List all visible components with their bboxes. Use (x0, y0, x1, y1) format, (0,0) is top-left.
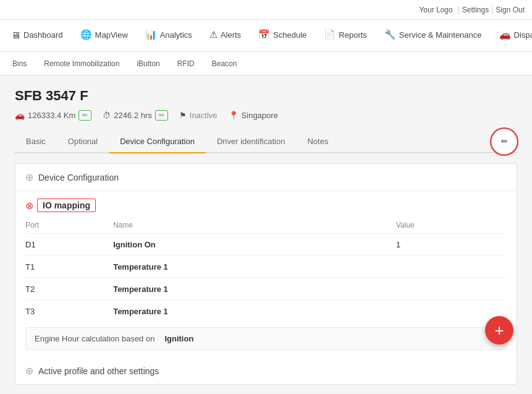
edit-distance-badge[interactable]: ✏ (78, 110, 91, 121)
table-row: T3 Temperature 1 (25, 301, 507, 323)
port-t2: T2 (25, 278, 113, 301)
schedule-icon: 📅 (258, 29, 270, 40)
table-row: D1 Ignition On 1 (25, 234, 507, 256)
status-badge: Inactive (190, 111, 217, 120)
nav-item-service-maintenance[interactable]: 🔧 Service & Maintenance (376, 20, 491, 51)
nav-item-mapview[interactable]: 🌐 MapView (72, 20, 137, 51)
tab-device-configuration[interactable]: Device Configuration (109, 131, 206, 153)
engine-hour-label: Engine Hour calculation based on (35, 334, 154, 343)
table-row: T1 Temperature 1 (25, 256, 507, 278)
odometer-icon: 🚗 (15, 111, 25, 120)
location-value: Singapore (242, 111, 278, 120)
reports-icon: 📄 (324, 29, 336, 40)
nav-item-alerts[interactable]: ⚠ Alerts (201, 20, 250, 51)
value-t2 (396, 278, 507, 301)
value-t1 (396, 256, 507, 278)
edit-pencil-button[interactable]: ✏ (491, 129, 517, 155)
name-t2: Temperature 1 (113, 278, 396, 301)
subnav-remote-immobilization[interactable]: Remote Immobilization (36, 56, 127, 72)
value-d1: 1 (396, 234, 507, 256)
subnav-bins[interactable]: Bins (5, 56, 34, 72)
io-mapping-title: IO mapping (37, 199, 96, 212)
active-profile-section-header[interactable]: ⊕ Active profile and other settings (15, 358, 517, 384)
mapview-icon: 🌐 (80, 29, 92, 40)
nav-item-dispatch[interactable]: 🚗 Dispatch (491, 20, 532, 51)
io-mapping-table: Port Name Value D1 Ignition On 1 T1 Temp… (25, 217, 507, 322)
section-header-label: Device Configuration (38, 173, 119, 182)
nav-item-reports[interactable]: 📄 Reports (315, 20, 376, 51)
hours-meta: ⏱ 2246.2 hrs ✏ (103, 110, 167, 121)
nav-item-dashboard[interactable]: 🖥 Dashboard (2, 20, 72, 51)
engine-hour-value: Ignition (164, 334, 193, 343)
name-t3: Temperature 1 (113, 301, 396, 323)
active-profile-expand-icon: ⊕ (25, 365, 33, 377)
col-name-header: Name (113, 217, 396, 234)
vehicle-title: SFB 3547 F (15, 88, 517, 104)
tab-notes[interactable]: Notes (296, 131, 339, 153)
dashboard-icon: 🖥 (11, 30, 20, 40)
io-table-wrapper: Port Name Value D1 Ignition On 1 T1 Temp… (15, 217, 517, 327)
flag-icon: ⚑ (179, 111, 187, 120)
alerts-icon: ⚠ (209, 29, 217, 40)
odometer-meta: 🚗 126333.4 Km ✏ (15, 110, 91, 121)
subnav-rfid[interactable]: RFID (170, 56, 202, 72)
signout-link[interactable]: Sign Out (496, 6, 525, 14)
name-t1: Temperature 1 (113, 256, 396, 278)
main-content: SFB 3547 F 🚗 126333.4 Km ✏ ⏱ 2246.2 hrs … (0, 75, 532, 394)
vehicle-meta: 🚗 126333.4 Km ✏ ⏱ 2246.2 hrs ✏ ⚑ Inactiv… (15, 110, 517, 121)
sub-nav: Bins Remote Immobilization iButton RFID … (0, 52, 532, 75)
edit-hours-badge[interactable]: ✏ (155, 110, 168, 121)
subnav-ibutton[interactable]: iButton (129, 56, 167, 72)
tabs-bar: Basic Optional Device Configuration Driv… (15, 131, 517, 153)
nav-item-analytics[interactable]: 📊 Analytics (137, 20, 201, 51)
top-bar: Your Logo | Settings | Sign Out (0, 0, 532, 20)
status-meta: ⚑ Inactive (179, 111, 217, 120)
col-port-header: Port (25, 217, 113, 234)
io-collapse-icon[interactable]: ⊗ (25, 200, 33, 212)
active-profile-label: Active profile and other settings (38, 366, 159, 376)
pencil-icon: ✏ (501, 137, 508, 146)
tab-driver-identification[interactable]: Driver identification (206, 131, 297, 153)
nav-item-schedule[interactable]: 📅 Schedule (250, 20, 315, 51)
analytics-icon: 📊 (145, 29, 157, 40)
port-t3: T3 (25, 301, 113, 323)
location-icon: 📍 (229, 111, 239, 120)
section-expand-icon: ⊕ (25, 171, 33, 183)
location-meta: 📍 Singapore (229, 111, 278, 120)
odometer-value: 126333.4 Km (28, 111, 75, 120)
name-d1: Ignition On (113, 234, 396, 256)
port-d1: D1 (25, 234, 113, 256)
device-config-card: ⊕ Device Configuration ⊗ IO mapping Port… (15, 163, 517, 385)
settings-link[interactable]: Settings (462, 6, 489, 14)
device-config-section-header[interactable]: ⊕ Device Configuration (15, 164, 517, 191)
tab-optional[interactable]: Optional (57, 131, 109, 153)
logo-text: Your Logo (419, 6, 452, 14)
hours-value: 2246.2 hrs (114, 111, 151, 120)
subnav-beacon[interactable]: Beacon (205, 56, 245, 72)
engine-hour-row: Engine Hour calculation based on Ignitio… (25, 327, 507, 350)
tab-basic[interactable]: Basic (15, 131, 57, 153)
service-icon: 🔧 (384, 29, 396, 40)
col-value-header: Value (396, 217, 507, 234)
nav-bar: 🖥 Dashboard 🌐 MapView 📊 Analytics ⚠ Aler… (0, 20, 532, 52)
port-t1: T1 (25, 256, 113, 278)
add-fab-button[interactable]: + (485, 316, 513, 345)
dispatch-icon: 🚗 (499, 29, 511, 40)
table-row: T2 Temperature 1 (25, 278, 507, 301)
io-mapping-header: ⊗ IO mapping (15, 191, 517, 217)
clock-icon: ⏱ (103, 111, 111, 120)
